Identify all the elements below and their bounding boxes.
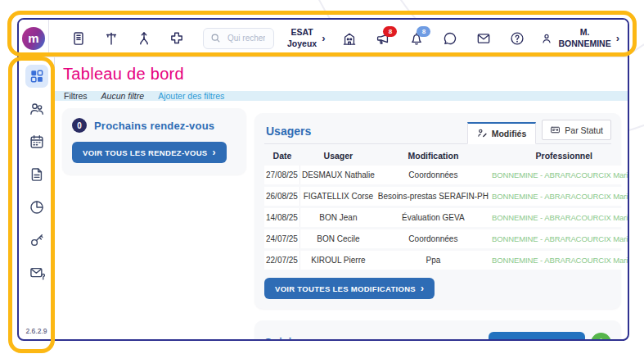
search-input[interactable]: [226, 33, 267, 43]
chevron-right-icon: ›: [421, 284, 424, 293]
sidebar-item-mail-support[interactable]: [25, 261, 48, 284]
app-window: m: [17, 18, 629, 341]
plus-icon: +: [597, 335, 606, 342]
usagers-tabs: Modifiés Par Statut: [467, 120, 611, 143]
app-version: 2.6.2.9: [19, 327, 54, 335]
health-cross-button[interactable]: [169, 30, 185, 47]
chevron-right-icon: ›: [212, 147, 215, 157]
column-header-modification: Modification: [376, 148, 490, 163]
see-all-modifications-label: VOIR TOUTES LES MODIFICATIONS: [275, 284, 416, 293]
user-icon: [540, 32, 553, 45]
envelope-icon: [475, 30, 492, 47]
suivi-title: Suivi: [264, 336, 291, 341]
table-cell: FIGATELLIX Corse: [300, 187, 376, 206]
sidebar-item-users[interactable]: [25, 98, 48, 120]
table-row[interactable]: 24/07/25BON CecileCoordonnéesBONNEMINE -…: [264, 229, 629, 248]
sidebar-item-dashboard[interactable]: [25, 65, 48, 88]
add-filters-link[interactable]: Ajouter des filtres: [158, 91, 224, 101]
sidebar-item-documents[interactable]: [25, 163, 48, 186]
journal-button[interactable]: [70, 30, 87, 47]
topbar-nav-icons: [70, 30, 185, 47]
table-cell: BON Cecile: [300, 229, 376, 248]
announcements-button[interactable]: 8: [375, 30, 391, 47]
key-icon: [29, 232, 45, 248]
usagers-table: Date Usager Modification Professionnel 2…: [264, 146, 629, 272]
establishment-name-line1: ESAT: [287, 27, 317, 38]
table-cell: 27/08/25: [264, 166, 300, 184]
topbar: m: [19, 20, 628, 57]
logo-cell: m: [19, 20, 49, 57]
usagers-title: Usagers: [264, 113, 311, 143]
building-icon: [341, 30, 358, 47]
page-title: Tableau de bord: [63, 65, 628, 84]
sidebar-item-access-keys[interactable]: [25, 229, 48, 252]
user-name-line1: M.: [558, 27, 610, 38]
usagers-card: Usagers Modifiés: [254, 113, 621, 309]
add-button[interactable]: +: [591, 333, 611, 342]
signpost-button[interactable]: [103, 30, 119, 47]
cross-plus-icon: [169, 30, 185, 47]
column-header-date: Date: [264, 148, 300, 163]
count-files-button[interactable]: Compter les fiches: [489, 332, 585, 341]
messages-button[interactable]: [475, 30, 492, 47]
see-all-appointments-label: VOIR TOUS LES RENDEZ-VOUS: [83, 148, 207, 157]
see-all-appointments-button[interactable]: VOIR TOUS LES RENDEZ-VOUS ›: [72, 142, 227, 163]
search-icon: [210, 33, 221, 43]
sidebar-item-calendar[interactable]: [25, 130, 48, 153]
table-cell: Besoins-prestas SERAFIN-PH: [376, 187, 490, 206]
table-cell: BONNEMINE - ABRARACOURCIX Marine: [490, 187, 629, 206]
institution-button[interactable]: [341, 30, 358, 47]
table-cell: Évaluation GEVA: [376, 208, 490, 227]
establishment-name-line2: Joyeux: [287, 39, 317, 49]
filter-bar: Filtres Aucun filtre Ajouter des filtres: [55, 91, 628, 101]
chat-button[interactable]: [442, 30, 458, 47]
app-logo[interactable]: m: [22, 27, 45, 50]
table-cell: BONNEMINE - ABRARACOURCIX Marine: [490, 166, 629, 184]
table-cell: 14/08/25: [264, 208, 300, 227]
table-row[interactable]: 26/08/25FIGATELLIX CorseBesoins-prestas …: [264, 187, 629, 206]
column-header-usager: Usager: [300, 148, 376, 163]
establishment-selector[interactable]: ESAT Joyeux ›: [287, 27, 326, 48]
chevron-right-icon: ›: [616, 33, 619, 43]
table-cell: BONNEMINE - ABRARACOURCIX Marine: [490, 251, 629, 270]
user-edit-icon: [477, 128, 488, 138]
user-menu[interactable]: M. BONNEMINE ›: [540, 27, 619, 48]
calendar-icon: [29, 134, 45, 150]
chevron-right-icon: ›: [322, 33, 325, 43]
table-row[interactable]: 27/08/25DESMAUX NathalieCoordonnéesBONNE…: [264, 166, 629, 184]
table-cell: KIROUL Pierre: [300, 251, 376, 270]
tab-par-statut-label: Par Statut: [565, 125, 603, 135]
tab-modifies[interactable]: Modifiés: [467, 122, 537, 144]
current-filter: Aucun filtre: [101, 91, 145, 101]
sidebar-item-statistics[interactable]: [25, 196, 48, 219]
user-name-line2: BONNEMINE: [558, 39, 610, 49]
dashboard-icon: [29, 68, 45, 84]
see-all-modifications-button[interactable]: VOIR TOUTES LES MODIFICATIONS ›: [264, 278, 435, 299]
help-button[interactable]: [509, 30, 525, 47]
topbar-right-icons: 8 8: [341, 30, 525, 47]
journal-icon: [70, 30, 87, 47]
signpost-icon: [103, 30, 119, 47]
document-icon: [29, 166, 45, 183]
chat-bubble-icon: [442, 30, 458, 47]
table-row[interactable]: 22/07/25KIROUL PierrePpaBONNEMINE - ABRA…: [264, 251, 629, 270]
notifications-badge: 8: [417, 26, 430, 37]
table-cell: DESMAUX Nathalie: [300, 166, 376, 184]
appointments-card: 0 Prochains rendez-vous VOIR TOUS LES RE…: [62, 108, 246, 175]
table-cell: BONNEMINE - ABRARACOURCIX Marine: [490, 208, 629, 227]
main-content: Tableau de bord Filtres Aucun filtre Ajo…: [55, 57, 628, 339]
table-row[interactable]: 14/08/25BON JeanÉvaluation GEVABONNEMINE…: [264, 208, 629, 227]
appointments-count-badge: 0: [72, 118, 87, 133]
table-cell: BONNEMINE - ABRARACOURCIX Marine: [490, 229, 629, 248]
notifications-button[interactable]: 8: [408, 30, 425, 47]
search-box[interactable]: [203, 28, 274, 49]
mail-question-icon: [29, 265, 45, 281]
screen: m: [0, 0, 644, 363]
table-cell: Coordonnées: [376, 229, 490, 248]
suivi-card: Suivi Compter les fiches +: [254, 320, 621, 341]
status-card-icon: [550, 125, 561, 135]
table-cell: Ppa: [376, 251, 490, 270]
table-cell: 26/08/25: [264, 187, 300, 206]
merge-paths-button[interactable]: [136, 30, 152, 47]
tab-par-statut[interactable]: Par Statut: [542, 120, 611, 140]
